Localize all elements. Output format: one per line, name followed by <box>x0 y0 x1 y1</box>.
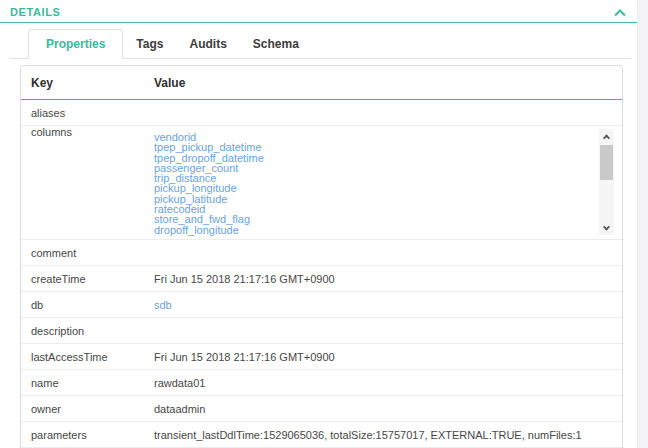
scrollbar-track[interactable] <box>599 143 614 221</box>
properties-table: Key Value aliases columns vendoridtpep_p… <box>20 65 623 448</box>
row-key: db <box>21 299 154 311</box>
column-link-passenger_count[interactable]: passenger_count <box>154 163 594 173</box>
value-link-sdb[interactable]: sdb <box>154 299 172 311</box>
chevron-up-icon <box>603 134 610 141</box>
table-row-comment: comment <box>21 240 622 266</box>
columns-scrollbar[interactable] <box>599 129 614 235</box>
value-column-header: Value <box>154 76 622 90</box>
row-key: name <box>21 377 154 389</box>
scrollbar-up-button[interactable] <box>599 129 614 143</box>
row-value: vendoridtpep_pickup_datetimetpep_dropoff… <box>154 126 622 239</box>
teal-divider <box>0 22 637 23</box>
row-key: lastAccessTime <box>21 351 154 363</box>
table-row-description: description <box>21 318 622 344</box>
row-value: dataadmin <box>154 403 622 415</box>
properties-table-body: aliases columns vendoridtpep_pickup_date… <box>21 100 622 448</box>
row-value: Fri Jun 15 2018 21:17:16 GMT+0900 <box>154 273 622 285</box>
tab-properties[interactable]: Properties <box>28 29 123 59</box>
row-value: Fri Jun 15 2018 21:17:16 GMT+0900 <box>154 351 622 363</box>
table-row-columns: columns vendoridtpep_pickup_datetimetpep… <box>21 126 622 240</box>
tab-audits[interactable]: Audits <box>176 30 239 58</box>
table-row-parameters: parameters transient_lastDdlTime:1529065… <box>21 422 622 448</box>
table-row-createTime: createTime Fri Jun 15 2018 21:17:16 GMT+… <box>21 266 622 292</box>
table-row-name: name rawdata01 <box>21 370 622 396</box>
row-value: transient_lastDdlTime:1529065036, totalS… <box>154 429 622 441</box>
details-panel-header: DETAILS <box>0 0 637 22</box>
column-link-pickup_latitude[interactable]: pickup_latitude <box>154 194 594 204</box>
key-column-header: Key <box>21 76 154 90</box>
tab-schema[interactable]: Schema <box>240 30 312 58</box>
details-panel: DETAILS PropertiesTagsAuditsSchema Key V… <box>0 0 637 448</box>
row-value: rawdata01 <box>154 377 622 389</box>
table-row-owner: owner dataadmin <box>21 396 622 422</box>
page-gutter <box>637 0 648 448</box>
table-row-aliases: aliases <box>21 100 622 126</box>
table-row-lastAccessTime: lastAccessTime Fri Jun 15 2018 21:17:16 … <box>21 344 622 370</box>
row-key: owner <box>21 403 154 415</box>
column-link-dropoff_longitude[interactable]: dropoff_longitude <box>154 225 594 235</box>
columns-link-list: vendoridtpep_pickup_datetimetpep_dropoff… <box>154 132 594 235</box>
tab-tags[interactable]: Tags <box>123 30 176 58</box>
table-header-row: Key Value <box>21 66 622 100</box>
chevron-down-icon <box>603 223 610 230</box>
row-key: parameters <box>21 429 154 441</box>
collapse-chevron-up-icon[interactable] <box>614 9 625 20</box>
columns-scroll-area: vendoridtpep_pickup_datetimetpep_dropoff… <box>154 126 614 239</box>
scrollbar-down-button[interactable] <box>599 221 614 235</box>
row-key: aliases <box>21 107 154 119</box>
row-key: description <box>21 325 154 337</box>
row-key: createTime <box>21 273 154 285</box>
table-row-db: db sdb <box>21 292 622 318</box>
row-value: sdb <box>154 299 622 311</box>
scrollbar-thumb[interactable] <box>600 145 613 180</box>
row-key: columns <box>21 126 154 138</box>
row-key: comment <box>21 247 154 259</box>
panel-title: DETAILS <box>10 6 60 18</box>
tabs-bar: PropertiesTagsAuditsSchema <box>10 31 631 59</box>
